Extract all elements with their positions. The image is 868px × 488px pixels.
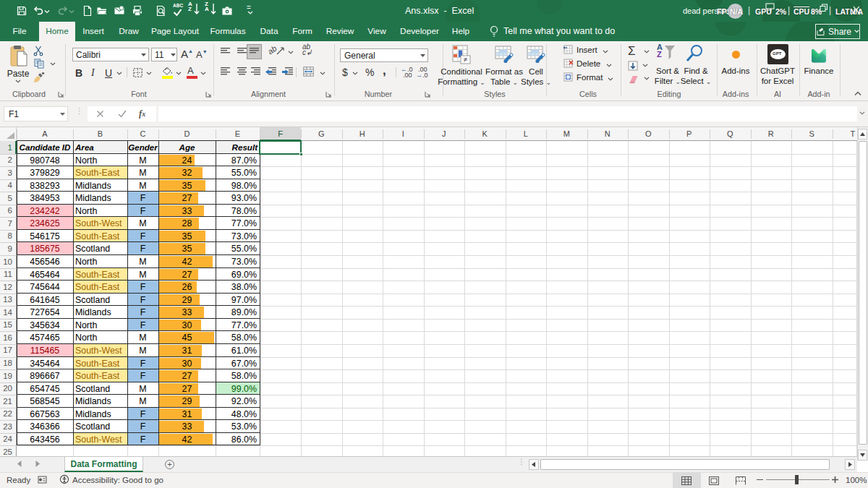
svg-text:≠: ≠ <box>464 56 468 64</box>
